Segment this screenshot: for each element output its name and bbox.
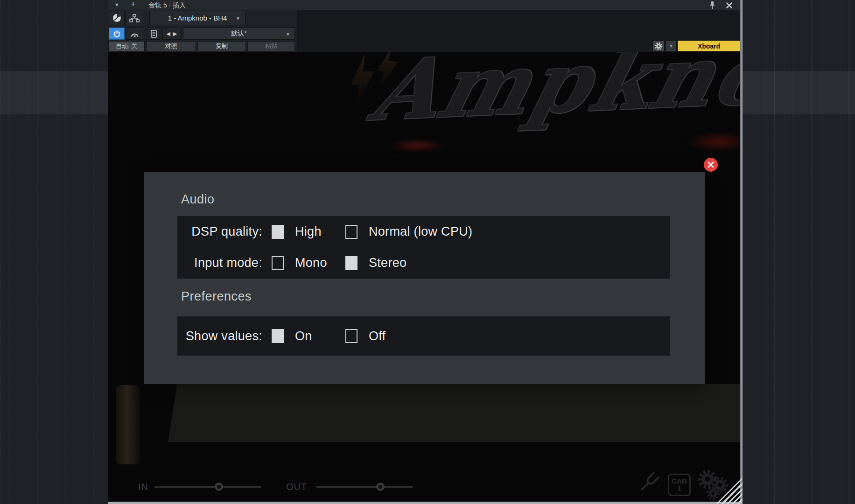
audio-settings-box: DSP quality: High Normal (low CPU) Input… [177,216,670,279]
tuning-fork-icon [637,469,661,496]
power-icon [113,30,120,37]
add-insert-icon[interactable]: + [131,0,136,9]
gear-icon [654,42,663,50]
plugin-selector-dropdown[interactable]: 1 - Ampknob - BH4 ▼ [149,11,245,25]
xboard-button[interactable]: Xboard [678,41,740,51]
preferences-section-heading: Preferences [181,289,252,304]
copy-button[interactable]: 复制 [197,41,246,51]
document-icon [151,30,157,38]
cab-number: 1 [677,485,681,492]
dsp-high-checkbox[interactable] [272,225,284,239]
extra-options-dropdown[interactable]: ▼ [666,41,677,51]
preferences-box: Show values: On Off [177,316,670,356]
plugin-settings-dialog: Audio DSP quality: High Normal (low CPU)… [144,172,705,384]
cab-label: CAB [672,477,687,485]
show-values-row: Show values: On Off [177,316,670,356]
window-bottom-edge[interactable] [108,502,743,504]
preset-browser-button[interactable] [147,28,160,40]
paste-button[interactable]: 粘贴 [247,41,295,51]
previous-preset-icon[interactable]: ◀ [167,31,170,37]
input-mode-label: Input mode: [177,256,262,270]
dialog-close-button[interactable] [704,158,718,172]
show-values-off-checkbox[interactable] [345,329,357,343]
dry-wet-knob-button[interactable] [109,11,125,25]
amp-led-glow [687,132,740,152]
collapse-arrow-icon[interactable]: ▼ [114,0,119,10]
input-mode-row: Input mode: Mono Stereo [177,247,670,279]
plugin-selector-value: 1 - Ampknob - BH4 [168,14,227,22]
cabinet-select-button[interactable]: CAB 1 [668,474,691,496]
amp-led-glow [388,140,445,152]
input-gain-slider[interactable] [154,486,261,488]
dsp-normal-label: Normal (low CPU) [369,224,472,239]
amp-corner-pipe [116,385,140,464]
preset-dropdown[interactable]: 默认* ▼ [183,28,295,40]
output-gain-label: OUT [286,482,307,492]
close-icon [708,161,714,168]
dsp-quality-row: DSP quality: High Normal (low CPU) [177,216,670,247]
input-gain-label: IN [138,482,148,492]
routing-icon [129,14,140,22]
preset-prev-next: ◀ ▶ [162,28,181,40]
plugin-toolbar: 1 - Ampknob - BH4 ▼ ◀ ▶ [108,10,740,52]
knob-icon [112,14,121,22]
ampknob-logo: Ampknob [362,52,740,140]
next-preset-icon[interactable]: ▶ [173,31,177,37]
chevron-down-icon: ▼ [236,16,240,21]
dsp-high-label: High [295,224,345,239]
show-values-on-checkbox[interactable] [272,329,284,343]
settings-button[interactable] [652,41,665,51]
dsp-normal-checkbox[interactable] [345,225,357,239]
audio-section-heading: Audio [181,192,215,207]
bypass-power-button[interactable] [109,28,125,40]
listen-button[interactable] [126,28,143,40]
input-mono-checkbox[interactable] [272,256,284,270]
output-gain-slider[interactable] [316,486,413,488]
dsp-quality-label: DSP quality: [177,224,262,239]
input-stereo-label: Stereo [369,256,406,270]
output-gain-slider-handle[interactable] [376,483,385,491]
show-values-off-label: Off [369,329,385,343]
show-values-on-label: On [295,329,345,343]
input-mono-label: Mono [295,256,345,270]
chevron-down-icon: ▼ [286,32,290,37]
window-titlebar: ▼ + 音轨 5 · 插入 [108,0,740,10]
lightning-bolt-icon [351,54,374,106]
input-gain-slider-handle[interactable] [215,483,223,491]
listen-arc-icon [130,30,140,37]
routing-button[interactable] [126,11,143,25]
preset-name: 默认* [231,29,246,38]
window-title: 音轨 5 · 插入 [148,0,186,10]
chevron-down-icon: ▼ [669,44,673,49]
amp-front-panel [168,384,740,442]
show-values-label: Show values: [177,329,262,343]
window-right-edge[interactable] [740,0,743,504]
compare-button[interactable]: 对照 [146,41,196,51]
close-window-icon[interactable] [726,2,732,10]
input-stereo-checkbox[interactable] [345,256,357,270]
automation-mode-button[interactable]: 自动: 关 [108,41,145,51]
tuner-button[interactable] [637,469,661,497]
